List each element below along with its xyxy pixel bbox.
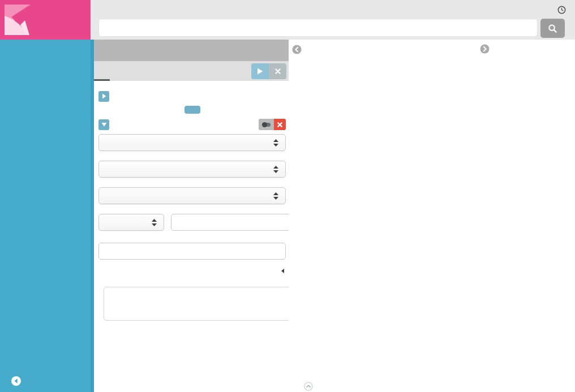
triangle-left-icon xyxy=(281,269,284,273)
play-icon xyxy=(257,68,263,75)
bucket-xaxis-row[interactable] xyxy=(98,118,286,131)
editor-tab-bar xyxy=(94,61,289,81)
select-caret-icon xyxy=(273,166,278,173)
clock-icon xyxy=(557,6,566,14)
custom-label-input[interactable] xyxy=(98,243,286,260)
collapse-xaxis-button[interactable] xyxy=(98,119,109,130)
close-icon xyxy=(275,68,281,74)
index-pattern-header xyxy=(94,40,289,61)
select-caret-icon xyxy=(152,219,157,226)
query-input[interactable] xyxy=(98,19,538,37)
buckets-type-box xyxy=(104,287,290,321)
aggregation-select[interactable] xyxy=(98,134,286,151)
kibana-logo-block[interactable] xyxy=(0,0,91,40)
toolbar-menu xyxy=(557,0,569,19)
size-input[interactable] xyxy=(178,218,291,227)
circle-arrow-left-icon xyxy=(11,376,22,386)
spy-panel-toggle-icon[interactable] xyxy=(304,382,313,392)
search-icon xyxy=(548,24,557,33)
search-bar xyxy=(98,19,565,38)
advanced-toggle[interactable] xyxy=(98,269,286,273)
close-icon xyxy=(277,122,282,127)
top-navbar xyxy=(91,0,575,40)
chevron-down-icon xyxy=(101,122,107,127)
legend-expand-icon[interactable] xyxy=(480,44,490,54)
kibana-logo-icon xyxy=(5,5,34,35)
size-field xyxy=(171,214,302,231)
remove-xaxis-button[interactable] xyxy=(274,119,286,130)
chevron-right-icon xyxy=(102,93,106,99)
vis-editor-panel xyxy=(91,40,289,392)
toggle-xaxis-button[interactable] xyxy=(259,119,274,130)
metric-yaxis-row[interactable] xyxy=(98,90,286,102)
bar-chart-visualization xyxy=(289,40,575,392)
kibana-app xyxy=(0,0,575,392)
select-caret-icon xyxy=(273,139,278,147)
field-select[interactable] xyxy=(98,161,286,178)
global-nav-sidebar xyxy=(0,40,91,392)
order-by-select[interactable] xyxy=(98,187,286,204)
apply-changes-button[interactable] xyxy=(251,63,269,79)
tab-options[interactable] xyxy=(110,61,126,81)
expand-yaxis-button[interactable] xyxy=(98,91,109,102)
collapse-panel-left-icon[interactable] xyxy=(292,45,302,57)
add-metrics-button[interactable] xyxy=(184,106,200,114)
chart-legend xyxy=(480,44,504,54)
sidebar-collapse-button[interactable] xyxy=(0,369,91,392)
toggle-icon xyxy=(261,122,272,128)
select-caret-icon xyxy=(273,192,278,200)
editor-actions xyxy=(251,63,286,79)
discard-changes-button[interactable] xyxy=(269,63,286,79)
time-picker[interactable] xyxy=(557,6,569,14)
search-button[interactable] xyxy=(540,19,565,38)
editor-form xyxy=(94,81,289,321)
tab-data[interactable] xyxy=(94,61,110,81)
order-select[interactable] xyxy=(98,214,164,231)
legend-series-dot xyxy=(494,46,500,52)
